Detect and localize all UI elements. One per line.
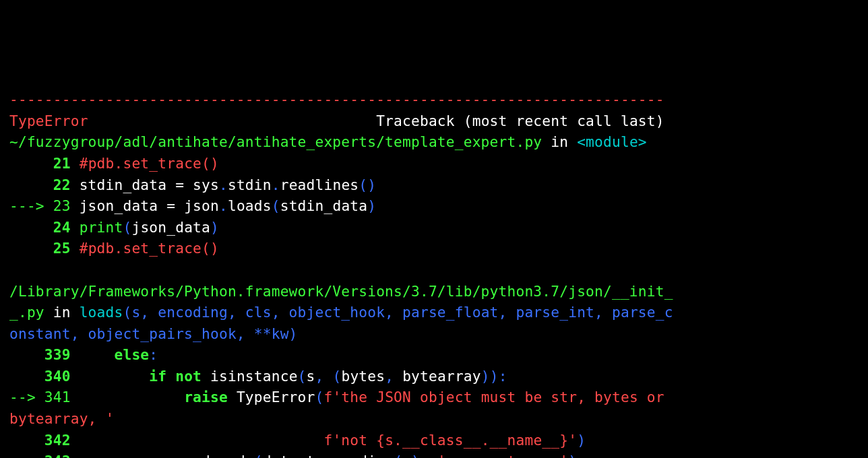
arrow-marker: --->: [9, 197, 53, 214]
frame-header: /Library/Frameworks/Python.framework/Ver…: [9, 283, 673, 342]
code-token: :: [499, 368, 507, 385]
code-token: TypeError: [228, 389, 315, 405]
code-token: [71, 346, 115, 363]
code-token: json: [175, 197, 219, 214]
code-token: f'not {s.__class__.__name__}': [323, 432, 577, 449]
line-number: 342: [44, 432, 71, 449]
code-token: readlines: [280, 176, 359, 193]
line-marker: [9, 432, 44, 449]
exception-class-header: TypeError: [9, 112, 88, 129]
code-token: (: [123, 219, 131, 236]
frame-path: _.py: [9, 304, 44, 321]
code-token: ): [367, 176, 376, 193]
code-token: .: [219, 197, 228, 214]
code-token: ): [481, 368, 490, 385]
code-token: .: [193, 453, 202, 458]
code-token: ): [577, 432, 586, 449]
line-number: 343: [44, 453, 71, 458]
code-token: stdin_data: [71, 176, 175, 193]
code-token: (: [298, 368, 307, 385]
line-number: 24: [53, 219, 71, 236]
code-token: ): [411, 453, 420, 458]
code-token: raise: [184, 389, 228, 405]
line-marker: [9, 219, 53, 236]
code-token: s: [175, 453, 193, 458]
code-token: [71, 240, 80, 257]
code-token: (: [254, 453, 263, 458]
line-marker: [9, 240, 53, 257]
code-token: ,: [315, 368, 324, 385]
line-number: 341: [44, 389, 71, 405]
code-token: f'the JSON object must be str, bytes or: [323, 389, 673, 405]
code-token: json_data: [71, 197, 167, 214]
frame-func: onstant, object_pairs_hook, **kw): [9, 325, 298, 342]
source-line: 343 s = s.decode(detect_encoding(s), 'su…: [9, 453, 577, 458]
code-token: (: [359, 176, 367, 193]
code-token: ,: [420, 453, 429, 458]
code-token: (: [272, 197, 280, 214]
arrow-marker: -->: [9, 389, 44, 405]
code-token: stdin_data: [280, 197, 368, 214]
code-token: .: [219, 176, 228, 193]
source-line: 22 stdin_data = sys.stdin.readlines(): [9, 176, 376, 193]
code-token: ): [490, 368, 499, 385]
code-token: not: [175, 368, 202, 385]
line-number: 23: [53, 197, 71, 214]
code-token: if: [149, 368, 166, 385]
line-number: 339: [44, 346, 71, 363]
code-token: isinstance: [202, 368, 298, 385]
code-token: detect_encoding: [263, 453, 394, 458]
code-token: bytearray: [394, 368, 481, 385]
code-token: ): [568, 453, 577, 458]
line-number: 25: [53, 240, 71, 257]
line-marker: [9, 176, 53, 193]
traceback-label: Traceback (most recent call last): [376, 112, 664, 129]
source-line: 21 #pdb.set_trace(): [9, 155, 219, 172]
code-token: print: [80, 219, 123, 236]
source-line: --> 341 raise TypeError(f'the JSON objec…: [9, 389, 673, 427]
code-token: [429, 453, 437, 458]
code-token: :: [149, 346, 158, 363]
line-number: 21: [53, 155, 71, 172]
code-token: [71, 389, 184, 405]
code-token: s: [402, 453, 411, 458]
code-token: decode: [202, 453, 254, 458]
code-token: s: [307, 368, 315, 385]
code-token: sys: [184, 176, 219, 193]
divider-line: ----------------------------------------…: [9, 91, 664, 108]
code-token: stdin: [228, 176, 272, 193]
source-line: 339 else:: [9, 346, 158, 363]
code-token: (: [394, 453, 402, 458]
source-line: 340 if not isinstance(s, (bytes, bytearr…: [9, 368, 507, 385]
frame-func: loads: [80, 304, 123, 321]
code-token: ): [367, 197, 376, 214]
frame-func: <module>: [577, 133, 647, 150]
code-token: =: [175, 176, 184, 193]
line-marker: [9, 155, 53, 172]
code-token: [324, 368, 333, 385]
code-token: (: [332, 368, 341, 385]
source-line: ---> 23 json_data = json.loads(stdin_dat…: [9, 197, 376, 214]
frame-header: ~/fuzzygroup/adl/antihate/antihate_exper…: [9, 133, 647, 150]
code-token: bytearray, ': [9, 410, 114, 427]
traceback-header: TypeError Traceback (most recent call la…: [9, 112, 664, 129]
line-marker: [9, 368, 44, 385]
line-marker: [9, 346, 44, 363]
code-token: loads: [228, 197, 272, 214]
in-label: in: [44, 304, 80, 321]
frame-path: /Library/Frameworks/Python.framework/Ver…: [9, 283, 673, 300]
source-line: 342 f'not {s.__class__.__name__}'): [9, 432, 586, 449]
code-token: bytes: [341, 368, 385, 385]
code-token: ,: [385, 368, 394, 385]
source-line: 25 #pdb.set_trace(): [9, 240, 219, 257]
line-number: 22: [53, 176, 71, 193]
code-token: [71, 432, 324, 449]
frame-func: (s, encoding, cls, object_hook, parse_fl…: [123, 304, 673, 321]
code-token: json_data: [131, 219, 210, 236]
line-marker: [9, 453, 44, 458]
code-token: [166, 368, 175, 385]
source-line: 24 print(json_data): [9, 219, 219, 236]
code-token: [71, 155, 80, 172]
code-token: [71, 368, 150, 385]
code-token: (: [315, 389, 323, 405]
